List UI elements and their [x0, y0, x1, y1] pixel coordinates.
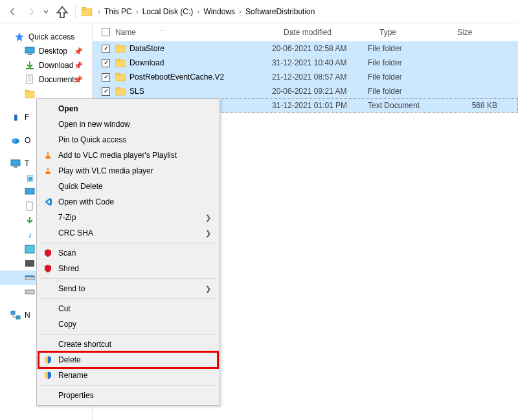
- ctx-copy[interactable]: Copy: [39, 316, 218, 332]
- ctx-rename[interactable]: Rename: [39, 368, 218, 383]
- chevron-right-icon[interactable]: ›: [196, 7, 201, 16]
- file-name: DataStore: [130, 44, 272, 53]
- music-icon: ♪: [25, 230, 35, 240]
- ctx-7zip[interactable]: 7-Zip❯: [39, 210, 218, 225]
- ctx-quick-delete[interactable]: Quick Delete: [39, 179, 218, 194]
- mcafee-icon: [43, 263, 53, 274]
- svg-rect-18: [25, 260, 34, 267]
- sidebar-item-label: N: [25, 311, 30, 320]
- drive-icon: [25, 272, 35, 283]
- cloud-icon: [10, 135, 21, 146]
- select-all-checkbox[interactable]: [102, 28, 110, 36]
- chevron-right-icon[interactable]: ›: [96, 7, 102, 16]
- breadcrumb-item[interactable]: SoftwareDistribution: [243, 7, 317, 16]
- table-row[interactable]: DataStore20-06-2021 02:58 AMFile folder: [93, 41, 518, 56]
- svg-rect-27: [116, 59, 120, 61]
- svg-rect-13: [11, 160, 20, 166]
- ctx-delete[interactable]: Delete: [39, 352, 218, 368]
- chevron-right-icon[interactable]: ›: [135, 7, 140, 16]
- file-type: File folder: [368, 44, 445, 53]
- ctx-pin-quick-access[interactable]: Pin to Quick access: [39, 132, 218, 148]
- column-name[interactable]: Name˄: [115, 23, 280, 41]
- sidebar-item-download[interactable]: Download 📌: [0, 58, 92, 72]
- row-checkbox[interactable]: [102, 45, 110, 53]
- row-checkbox[interactable]: [102, 87, 110, 96]
- ctx-crc-sha[interactable]: CRC SHA❯: [39, 225, 218, 241]
- ctx-cut[interactable]: Cut: [39, 301, 218, 316]
- row-checkbox[interactable]: [102, 59, 110, 67]
- sidebar-item-label: Download: [39, 61, 73, 70]
- file-size: 568 KB: [445, 101, 504, 110]
- sidebar-label: Quick access: [28, 32, 74, 41]
- forward-button[interactable]: [23, 4, 39, 19]
- up-button[interactable]: [54, 4, 70, 19]
- download-icon: [25, 60, 35, 71]
- separator: [40, 243, 216, 243]
- svg-rect-39: [47, 170, 50, 171]
- table-row[interactable]: PostRebootEventCache.V221-12-2021 08:57 …: [93, 70, 518, 84]
- back-button[interactable]: [5, 4, 21, 19]
- file-date: 20-06-2021 02:58 AM: [272, 44, 368, 53]
- column-headers: Name˄ Date modified Type Size: [93, 23, 518, 41]
- ctx-open[interactable]: Open: [39, 101, 218, 116]
- vlc-icon: [43, 150, 53, 160]
- sidebar-item-documents[interactable]: Documents 📌: [0, 72, 92, 87]
- ctx-send-to[interactable]: Send to❯: [39, 281, 218, 296]
- folder-icon: [115, 58, 126, 68]
- mcafee-icon: [43, 248, 53, 258]
- sidebar-item-label: F: [25, 113, 29, 122]
- file-type: Text Document: [368, 101, 445, 110]
- row-checkbox[interactable]: [102, 73, 110, 82]
- pin-icon: 📌: [74, 61, 83, 70]
- svg-rect-3: [25, 47, 34, 53]
- folder-icon: [115, 72, 126, 82]
- svg-rect-24: [116, 46, 125, 52]
- column-size[interactable]: Size: [453, 23, 518, 41]
- svg-rect-10: [25, 90, 29, 92]
- ctx-shred[interactable]: Shred: [39, 261, 218, 276]
- sidebar-item-desktop[interactable]: Desktop 📌: [0, 44, 92, 58]
- svg-rect-29: [116, 73, 120, 75]
- table-row[interactable]: SLS20-06-2021 09:21 AMFile folder: [93, 84, 518, 98]
- ctx-open-with-code[interactable]: Open with Code: [39, 194, 218, 210]
- ctx-open-new-window[interactable]: Open in new window: [39, 116, 218, 132]
- videos-icon: [25, 258, 35, 269]
- sort-indicator-icon: ˄: [161, 29, 164, 36]
- network-icon: [10, 310, 21, 320]
- ctx-scan[interactable]: Scan: [39, 245, 218, 261]
- chevron-right-icon: ❯: [205, 214, 211, 222]
- breadcrumb-item[interactable]: Local Disk (C:): [140, 7, 196, 16]
- separator: [40, 334, 216, 335]
- pictures-icon: [25, 244, 35, 254]
- file-type: File folder: [368, 72, 445, 82]
- svg-rect-31: [116, 87, 120, 89]
- file-name: PostRebootEventCache.V2: [130, 72, 272, 82]
- column-type[interactable]: Type: [376, 23, 453, 41]
- documents-icon: [25, 74, 35, 85]
- sidebar-quick-access[interactable]: Quick access: [0, 30, 92, 44]
- table-row[interactable]: Download31-12-2021 10:40 AMFile folder: [93, 56, 518, 70]
- sidebar-item-label: O: [25, 136, 30, 145]
- breadcrumb-item[interactable]: This PC: [102, 7, 135, 16]
- svg-rect-21: [25, 290, 34, 294]
- ctx-create-shortcut[interactable]: Create shortcut: [39, 337, 218, 352]
- pin-icon: 📌: [74, 47, 83, 56]
- app-icon: ▮: [10, 112, 21, 122]
- ctx-properties[interactable]: Properties: [39, 388, 218, 403]
- column-date[interactable]: Date modified: [280, 23, 376, 41]
- folder-icon: [115, 43, 126, 54]
- separator: [40, 278, 216, 279]
- history-dropdown[interactable]: [41, 9, 51, 14]
- ctx-vlc-add[interactable]: Add to VLC media player's Playlist: [39, 148, 218, 163]
- shield-icon: [43, 370, 53, 381]
- address-bar: › This PC › Local Disk (C:) › Windows › …: [0, 0, 518, 23]
- breadcrumb-item[interactable]: Windows: [201, 7, 238, 16]
- chevron-right-icon: ❯: [205, 285, 211, 293]
- svg-rect-14: [14, 166, 17, 168]
- sidebar-item-label: T: [25, 159, 29, 168]
- breadcrumb[interactable]: › This PC › Local Disk (C:) › Windows › …: [78, 4, 317, 19]
- svg-rect-20: [25, 276, 34, 277]
- download-icon: [25, 216, 35, 226]
- ctx-vlc-play[interactable]: Play with VLC media player: [39, 163, 218, 179]
- chevron-right-icon[interactable]: ›: [238, 7, 243, 16]
